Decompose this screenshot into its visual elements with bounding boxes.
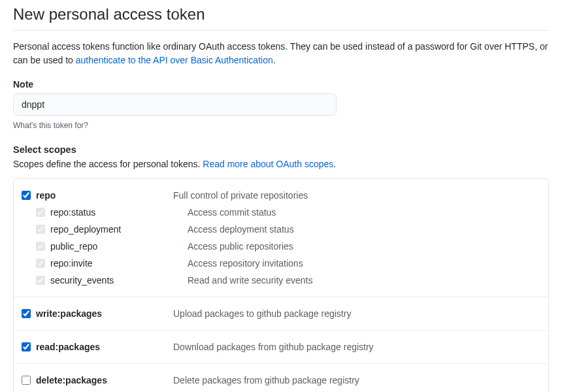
- scope-row-delete-packages: delete:packages Delete packages from git…: [22, 372, 540, 389]
- scope-row-repo-status: repo:status Access commit status: [22, 204, 540, 221]
- scope-checkbox-repo-status[interactable]: [36, 208, 45, 217]
- scope-checkbox-security-events[interactable]: [36, 276, 45, 285]
- scope-checkbox-write-packages[interactable]: [22, 309, 31, 318]
- scope-name-delete-packages[interactable]: delete:packages: [36, 375, 173, 385]
- note-help-text: What's this token for?: [13, 121, 549, 130]
- scope-row-repo: repo Full control of private repositorie…: [22, 187, 540, 204]
- scope-checkbox-public-repo[interactable]: [36, 242, 45, 251]
- scopes-description: Scopes define the access for personal to…: [13, 159, 549, 169]
- scope-row-repo-deployment: repo_deployment Access deployment status: [22, 221, 540, 238]
- intro-text-after: .: [273, 55, 276, 65]
- scope-row-public-repo: public_repo Access public repositories: [22, 238, 540, 255]
- scope-desc-security-events: Read and write security events: [188, 275, 312, 286]
- scope-name-read-packages[interactable]: read:packages: [36, 342, 173, 352]
- scope-desc-read-packages: Download packages from github package re…: [173, 342, 374, 352]
- scope-group-delete-packages: delete:packages Delete packages from git…: [14, 364, 548, 392]
- scope-name-repo-deployment[interactable]: repo_deployment: [50, 224, 188, 235]
- note-label: Note: [13, 79, 549, 90]
- scope-desc-repo-deployment: Access deployment status: [188, 224, 294, 235]
- scope-checkbox-delete-packages[interactable]: [22, 376, 31, 385]
- scope-checkbox-repo[interactable]: [22, 191, 31, 200]
- scope-desc-repo-status: Access commit status: [188, 207, 276, 218]
- scope-row-read-packages: read:packages Download packages from git…: [22, 338, 540, 355]
- note-input[interactable]: [13, 93, 337, 116]
- scope-row-repo-invite: repo:invite Access repository invitation…: [22, 255, 540, 272]
- scope-desc-public-repo: Access public repositories: [188, 241, 293, 252]
- scopes-desc-text: Scopes define the access for personal to…: [13, 159, 203, 169]
- scope-checkbox-read-packages[interactable]: [22, 342, 31, 351]
- scope-group-read-packages: read:packages Download packages from git…: [14, 331, 548, 364]
- scope-name-repo-invite[interactable]: repo:invite: [50, 258, 188, 269]
- scope-row-write-packages: write:packages Upload packages to github…: [22, 305, 540, 322]
- scope-name-repo[interactable]: repo: [36, 190, 173, 201]
- scope-group-repo: repo Full control of private repositorie…: [14, 179, 548, 297]
- scope-desc-write-packages: Upload packages to github package regist…: [173, 308, 351, 319]
- scope-checkbox-repo-invite[interactable]: [36, 259, 45, 268]
- scope-name-repo-status[interactable]: repo:status: [50, 207, 188, 218]
- scope-name-security-events[interactable]: security_events: [50, 275, 188, 286]
- scopes-desc-after: .: [333, 159, 336, 169]
- page-title: New personal access token: [13, 5, 549, 31]
- scopes-container: repo Full control of private repositorie…: [13, 178, 549, 392]
- select-scopes-heading: Select scopes: [13, 144, 549, 155]
- scope-desc-repo: Full control of private repositories: [173, 190, 308, 201]
- scope-name-public-repo[interactable]: public_repo: [50, 241, 188, 252]
- intro-paragraph: Personal access tokens function like ord…: [13, 40, 549, 67]
- scope-desc-repo-invite: Access repository invitations: [188, 258, 303, 269]
- intro-auth-link[interactable]: authenticate to the API over Basic Authe…: [76, 55, 273, 65]
- scope-row-security-events: security_events Read and write security …: [22, 272, 540, 289]
- scope-checkbox-repo-deployment[interactable]: [36, 225, 45, 234]
- scopes-learn-more-link[interactable]: Read more about OAuth scopes: [203, 159, 333, 169]
- scope-name-write-packages[interactable]: write:packages: [36, 308, 173, 319]
- scope-desc-delete-packages: Delete packages from github package regi…: [173, 375, 359, 385]
- scope-group-write-packages: write:packages Upload packages to github…: [14, 297, 548, 331]
